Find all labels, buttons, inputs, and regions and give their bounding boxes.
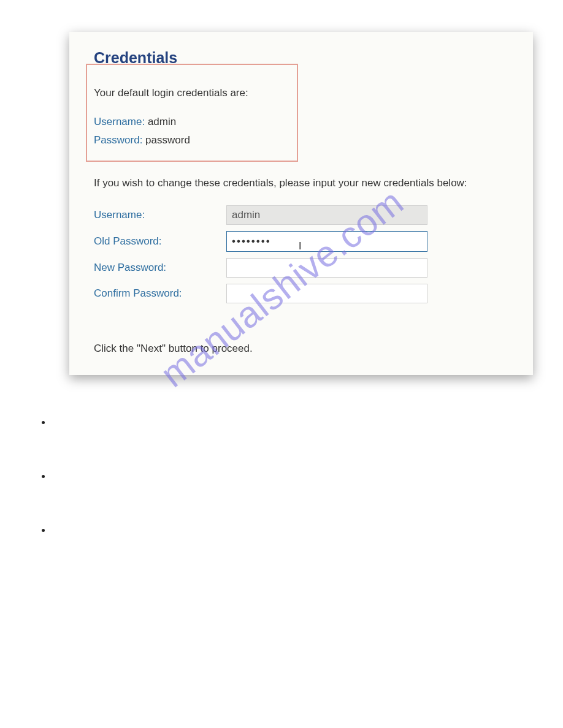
panel-title: Credentials (94, 49, 511, 67)
defaults-username-label: Username: (94, 116, 145, 127)
bullet-list (37, 417, 52, 578)
defaults-password-label: Password: (94, 134, 142, 146)
defaults-password-line: Password: password (94, 131, 511, 150)
default-credentials-block: Your default login credentials are: User… (94, 84, 511, 150)
new-password-label: New Password: (94, 262, 226, 274)
change-instruction: If you wish to change these credentials,… (94, 177, 511, 189)
defaults-password-value: password (145, 134, 190, 146)
defaults-username-line: Username: admin (94, 113, 511, 132)
confirm-password-label: Confirm Password: (94, 287, 226, 300)
credentials-panel: Credentials Your default login credentia… (69, 32, 533, 375)
username-input (226, 205, 427, 225)
new-password-input[interactable] (226, 258, 427, 278)
username-label: Username: (94, 209, 226, 221)
old-password-label: Old Password: (94, 235, 226, 248)
defaults-intro: Your default login credentials are: (94, 84, 511, 103)
credentials-form: Username: Old Password: I New Password: … (94, 205, 511, 303)
proceed-instruction: Click the "Next" button to proceed. (94, 343, 511, 355)
confirm-password-input[interactable] (226, 284, 427, 303)
defaults-username-value: admin (148, 116, 176, 127)
old-password-input[interactable] (226, 231, 427, 252)
